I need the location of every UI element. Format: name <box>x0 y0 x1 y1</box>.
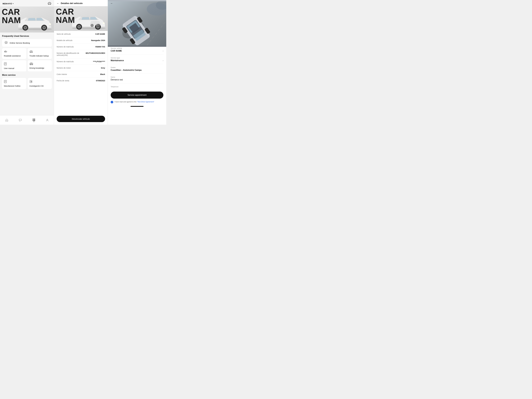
investigacion-label: Investigación CSI <box>30 85 50 87</box>
divider-4 <box>111 83 163 83</box>
more-service-title: More service <box>2 74 52 76</box>
service-type-row[interactable]: Maintainance › <box>111 59 163 62</box>
modelo-value: Navegador 2024 <box>82 39 105 41</box>
investigacion-icon <box>30 80 50 84</box>
home-scroll-area: Frequently Used Services Online Service … <box>0 32 54 125</box>
svg-point-44 <box>78 26 80 27</box>
frequently-used-title: Frequently Used Services <box>2 35 52 38</box>
fecha-value: 07/09/2023 <box>82 80 105 82</box>
dealer-field: Dealer Cuautitlan – Automotriz Campa <box>111 66 163 71</box>
service-appointment-button[interactable]: Service appointment <box>111 92 163 99</box>
nav-profile[interactable] <box>44 118 51 123</box>
name-label: Name <box>111 76 163 78</box>
home-car-hero: CARNAM <box>0 6 54 32</box>
service-vehicle-row[interactable]: CAR NAME › <box>111 50 163 52</box>
telephone-label: Telephone <box>111 86 163 88</box>
manufacturer-hotline-card[interactable]: Manufacturer hotline <box>2 78 26 89</box>
online-service-booking-card[interactable]: Online Service Booking <box>2 39 52 47</box>
roadside-assistance-card[interactable]: Roadside assistance <box>2 48 26 59</box>
agreement-checkbox[interactable] <box>111 101 113 103</box>
trouble-label: Trouble indicator lookup <box>30 55 50 57</box>
details-header: ← Detalles del vehículo <box>54 0 108 6</box>
svg-rect-18 <box>31 51 32 52</box>
divider-1 <box>111 54 163 55</box>
details-back-button[interactable]: ← <box>57 2 59 5</box>
booking-back-button[interactable]: ← <box>110 2 113 5</box>
home-indicator-container <box>111 105 163 107</box>
home-indicator <box>131 106 144 107</box>
name-value: Demarco wai <box>111 79 163 81</box>
svg-point-11 <box>6 42 6 43</box>
svg-rect-36 <box>33 119 34 120</box>
svg-point-35 <box>31 81 32 82</box>
home-car-image <box>16 12 54 32</box>
detail-row-serie: Serie de vehículo CAR NAME <box>57 31 105 37</box>
svg-point-50 <box>97 24 100 27</box>
service-type-chevron-icon: › <box>163 59 163 62</box>
svg-rect-37 <box>34 119 35 120</box>
nav-home[interactable] <box>3 118 10 123</box>
matricula-value: R3849-YXS <box>82 46 105 48</box>
booking-car-photo: ← <box>108 0 166 47</box>
dealer-label: Dealer <box>111 66 163 69</box>
desvincular-button[interactable]: Desvincular vehículo <box>57 116 105 122</box>
divider-3 <box>111 74 163 74</box>
svg-rect-26 <box>31 63 32 64</box>
vin-value: 6EUT348UGSO23J9D3 <box>82 52 105 54</box>
trouble-indicator-card[interactable]: Trouble indicator lookup <box>28 48 52 59</box>
service-vehicle-field: Service vehicle CAR NAME › <box>111 47 163 52</box>
matricula2-label: Número de matrícula <box>57 61 80 63</box>
bottom-navigation <box>0 115 54 125</box>
service-vehicle-label: Service vehicle <box>111 47 163 49</box>
manufacturer-label: Manufacturer hotline <box>4 85 25 87</box>
profile-nav-icon <box>46 119 49 121</box>
investigacion-csi-card[interactable]: Investigación CSI <box>28 78 52 89</box>
home-panel: M234-XYZ ▾ CARNAM <box>0 0 54 125</box>
online-booking-label: Online Service Booking <box>10 42 30 44</box>
home-car-svg <box>16 12 54 32</box>
booking-panel: ← <box>108 0 166 125</box>
services-grid: Roadside assistance Trouble indicator lo… <box>2 48 52 71</box>
fecha-label: Fecha de venta <box>57 80 80 82</box>
trouble-icon <box>30 50 50 54</box>
detail-row-fecha: Fecha de venta 07/09/2023 <box>57 77 105 84</box>
nav-active-dot <box>34 121 34 122</box>
motor-label: Número de motor <box>57 67 80 69</box>
agreement-text: I have read and agreed to the "Test Driv… <box>114 101 154 103</box>
chevron-down-icon: ▾ <box>13 3 13 4</box>
car-icon <box>48 2 51 5</box>
car-header-icon[interactable] <box>48 2 51 5</box>
driving-label: Driving knowledge <box>30 67 50 69</box>
agreement-text-prefix: I have read and agreed to the <box>114 101 137 103</box>
manual-label: User manual <box>4 67 25 69</box>
agreement-link[interactable]: "Test Drive Agreement" <box>137 101 154 103</box>
driving-svg <box>30 62 33 65</box>
svg-point-10 <box>49 23 51 25</box>
detail-row-vin: Número de identificación de vehículo(VIN… <box>57 50 105 58</box>
manual-icon <box>4 62 25 66</box>
matricula2-value: ****LFV3A***** <box>82 61 105 63</box>
plate-text: M234-XYZ <box>3 2 12 5</box>
messages-nav-icon <box>19 119 22 121</box>
detail-row-motor: Número de motor Grey <box>57 65 105 71</box>
svg-point-6 <box>25 27 26 28</box>
name-field: Name Demarco wai <box>111 76 163 81</box>
nav-grid[interactable] <box>30 117 38 123</box>
user-manual-card[interactable]: User manual <box>2 60 26 71</box>
driving-knowledge-card[interactable]: Driving knowledge <box>28 60 52 71</box>
home-car-name-bg: CARNAM <box>2 8 21 25</box>
details-car-svg <box>69 12 108 31</box>
service-type-field: Service type Maintainance › <box>111 57 163 62</box>
roadside-label: Roadside assistance <box>4 55 25 57</box>
service-vehicle-value: CAR NAME <box>111 50 122 52</box>
svg-line-14 <box>5 51 5 51</box>
nav-messages[interactable] <box>17 118 24 123</box>
detail-row-color: Color interior Black <box>57 71 105 77</box>
vehicle-details-panel: ← Detalles del vehículo CARNAM <box>54 0 108 125</box>
details-car-image <box>69 12 108 31</box>
plate-selector[interactable]: M234-XYZ ▾ <box>3 2 13 5</box>
motor-value: Grey <box>82 67 105 69</box>
booking-aerial-car-svg <box>108 1 166 45</box>
modelo-label: Modelo de vehículo <box>57 39 80 41</box>
booking-form-card: Service vehicle CAR NAME › Service type … <box>108 44 166 125</box>
